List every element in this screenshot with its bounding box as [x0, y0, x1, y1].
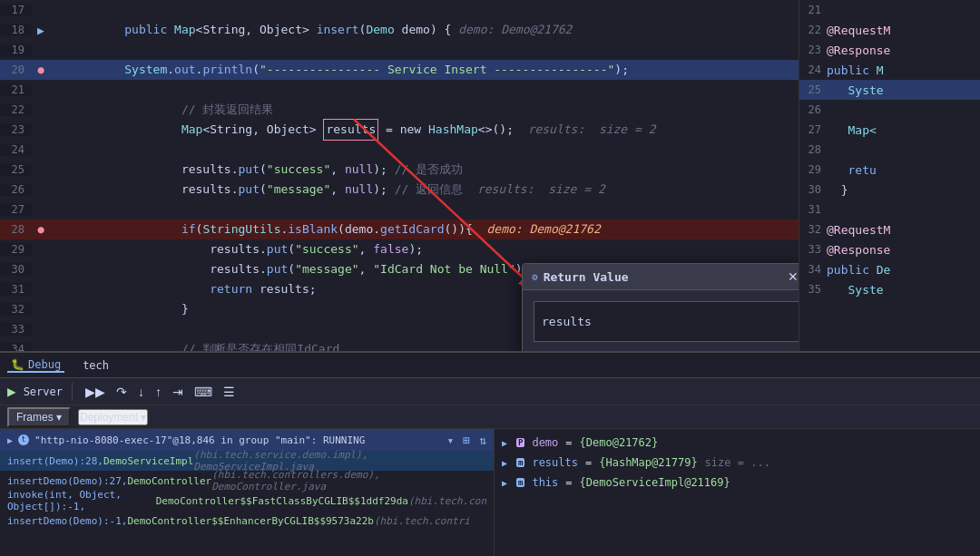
line-num-24: 24 [0, 143, 32, 156]
code-line-26: 26 results.put("message", null); // 返回信息… [0, 180, 799, 200]
code-line-18: 18 ▶ public Map<String, Object> insert(D… [0, 20, 799, 40]
thread-dropdown-icon: ▾ [447, 434, 455, 447]
debug-icon: 🐛 [11, 358, 24, 371]
stack-class-2: DemoController$$FastClassByCGLIB$$1ddf29… [156, 495, 408, 507]
thread-row[interactable]: ▶ t "http-nio-8080-exec-17"@18,846 in gr… [0, 429, 494, 451]
var-eq-demo: = [565, 436, 572, 449]
var-item-results[interactable]: ▶ m results = {HashMap@21779} size = ... [495, 453, 980, 473]
var-item-this[interactable]: ▶ m this = {DemoServiceImpl@21169} [495, 473, 980, 493]
line-num-21: 21 [0, 83, 32, 96]
right-code-panel: 21 22 @RequestM 23 @Response 24 public M… [799, 0, 980, 351]
line-icon-20: ● [32, 63, 50, 76]
var-size-results: size = ... [705, 456, 770, 469]
debug-tab[interactable]: 🐛 Debug [7, 358, 64, 373]
line-num-22: 22 [0, 103, 32, 116]
var-value-demo: {Demo@21762} [580, 436, 659, 449]
dialog-icon: ⚙ [532, 271, 538, 283]
thread-label: "http-nio-8080-exec-17"@18,846 in group … [34, 434, 365, 446]
line-num-30: 30 [0, 263, 32, 276]
dialog-title: Return Value [544, 270, 629, 284]
debug-tab-bar: 🐛 Debug tech [0, 353, 980, 378]
code-line-23: 23 Map<String, Object> results = new Has… [0, 120, 799, 140]
debug-tab-label: Debug [28, 358, 61, 371]
run-to-cursor-button[interactable]: ⇥ [169, 383, 187, 401]
dialog-input[interactable] [534, 301, 799, 342]
line-num-18: 18 [0, 24, 32, 36]
step-over-button[interactable]: ↷ [113, 383, 131, 401]
code-line-20: 20 ● System.out.println("---------------… [0, 60, 799, 80]
line-num-26: 26 [0, 183, 32, 196]
debug-bottom: ▶ t "http-nio-8080-exec-17"@18,846 in gr… [0, 429, 980, 556]
var-item-demo[interactable]: ▶ P demo = {Demo@21762} [495, 433, 980, 453]
stack-item-1[interactable]: insertDemo(Demo):27, DemoController (hbi… [0, 471, 494, 491]
stack-method-0: insert(Demo):28, [7, 455, 103, 467]
right-line-31: 31 [799, 200, 980, 219]
var-eq-results: = [585, 456, 592, 469]
line-num-23: 23 [0, 123, 32, 136]
line-icon-28: ● [32, 223, 50, 236]
deployment-dropdown[interactable]: Deployment ▾ [78, 409, 148, 425]
var-eq-this: = [565, 476, 572, 489]
var-type-icon-results: m [516, 458, 524, 467]
right-line-28: 28 [799, 140, 980, 160]
debug-frames-bar: Frames ▾ Deployment ▾ [0, 405, 980, 429]
stack-method-1: insertDemo(Demo):27, [7, 475, 127, 487]
stack-file-3: (hbi.tech.contri [374, 515, 470, 527]
stack-item-3[interactable]: insertDemo(Demo):-1, DemoController$$Enh… [0, 511, 494, 531]
stack-class-1: DemoController [127, 475, 211, 487]
line-num-17: 17 [0, 4, 32, 16]
line-num-20: 20 [0, 63, 32, 76]
var-value-results: {HashMap@21779} [599, 456, 697, 469]
line-num-31: 31 [0, 283, 32, 296]
stack-item-0[interactable]: insert(Demo):28, DemoServiceImpl (hbi.te… [0, 451, 494, 471]
server-label: Server [24, 385, 63, 398]
line-num-28: 28 [0, 223, 32, 236]
main-container: 17 18 ▶ public Map<String, Object> inser… [0, 0, 980, 556]
variables-panel: ▶ P demo = {Demo@21762} ▶ m results = {H… [495, 429, 980, 556]
var-expand-this: ▶ [502, 478, 513, 488]
var-name-results: results [532, 456, 578, 469]
resume-button[interactable]: ▶▶ [82, 383, 109, 401]
editor-area: 17 18 ▶ public Map<String, Object> inser… [0, 0, 980, 351]
thread-run-icon: ▶ [7, 435, 13, 445]
line-num-34: 34 [0, 343, 32, 351]
dialog-close-button[interactable]: ✕ [784, 269, 799, 284]
right-line-25: 25 Syste [799, 80, 980, 100]
current-line-arrow: ▶ [37, 24, 44, 37]
debug-area: 🐛 Debug tech ▶ Server ▶▶ ↷ ↓ ↑ ⇥ ⌨ ☰ Fra… [0, 351, 980, 556]
stack-item-2[interactable]: invoke(int, Object, Object[]):-1, DemoCo… [0, 491, 494, 511]
thread-more-icon: ⇅ [479, 434, 486, 447]
var-type-icon-this: m [516, 478, 524, 487]
right-line-27: 27 Map< [799, 120, 980, 140]
right-line-33: 33 @Response [799, 239, 980, 259]
line-num-19: 19 [0, 44, 32, 56]
breakpoint-icon-28: ● [37, 223, 44, 236]
line-num-32: 32 [0, 303, 32, 316]
tech-tab[interactable]: tech [79, 359, 113, 372]
stack-file-2: (hbi.tech.con [408, 495, 486, 507]
call-stack-panel: ▶ t "http-nio-8080-exec-17"@18,846 in gr… [0, 429, 495, 556]
line-num-25: 25 [0, 163, 32, 176]
var-name-demo: demo [532, 436, 558, 449]
dialog-body [523, 290, 799, 351]
more-button[interactable]: ☰ [220, 383, 239, 401]
right-line-32: 32 @RequestM [799, 219, 980, 239]
step-out-button[interactable]: ↑ [152, 383, 165, 401]
evaluate-button[interactable]: ⌨ [191, 383, 216, 401]
var-value-this: {DemoServiceImpl@21169} [580, 476, 730, 489]
stack-method-2: invoke(int, Object, Object[]):-1, [7, 489, 156, 512]
right-line-34: 34 public De [799, 259, 980, 279]
right-line-35: 35 Syste [799, 279, 980, 299]
line-num-29: 29 [0, 243, 32, 256]
right-line-26: 26 [799, 100, 980, 120]
step-into-button[interactable]: ↓ [134, 383, 148, 401]
tech-tab-label: tech [83, 359, 109, 372]
right-line-23: 23 @Response [799, 40, 980, 60]
right-line-22: 22 @RequestM [799, 20, 980, 40]
right-line-29: 29 retu [799, 160, 980, 180]
stack-class-3: DemoController$$EnhancerByCGLIB$$9573a22… [127, 515, 374, 527]
var-name-this: this [532, 476, 558, 489]
frames-dropdown[interactable]: Frames ▾ [7, 407, 71, 427]
debug-toolbar: ▶ Server ▶▶ ↷ ↓ ↑ ⇥ ⌨ ☰ [0, 378, 980, 405]
line-icon-18: ▶ [32, 24, 50, 37]
